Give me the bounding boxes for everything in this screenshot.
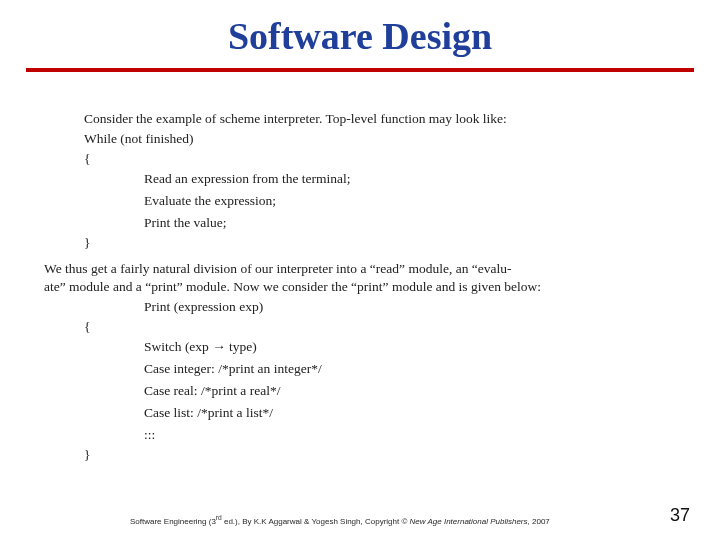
body-line: Case real: /*print a real*/	[144, 384, 280, 398]
body-line: {	[84, 152, 90, 166]
slide: Software Design Consider the example of …	[0, 0, 720, 540]
body-line: We thus get a fairly natural division of…	[44, 262, 511, 276]
body-line: Case list: /*print a list*/	[144, 406, 273, 420]
body-line: }	[84, 236, 90, 250]
credit-year: , 2007	[528, 517, 550, 526]
body-line: Case integer: /*print an integer*/	[144, 362, 322, 376]
body-line: {	[84, 320, 90, 334]
body-line: Consider the example of scheme interpret…	[84, 112, 507, 126]
slide-title: Software Design	[0, 0, 720, 58]
footer: Software Engineering (3rd ed.), By K.K A…	[0, 505, 720, 526]
page-number: 37	[670, 505, 690, 526]
body-line: :::	[144, 428, 155, 442]
body-line: Switch (exp → type)	[144, 340, 257, 354]
credit-part-1: Software Engineering (3	[130, 517, 216, 526]
body-line: Evaluate the expression;	[144, 194, 276, 208]
body-line: }	[84, 448, 90, 462]
credit-publisher: New Age International Publishers	[410, 517, 528, 526]
body-line: ate” module and a “print” module. Now we…	[44, 280, 541, 294]
body-line: While (not finished)	[84, 132, 193, 146]
body-line: Read an expression from the terminal;	[144, 172, 351, 186]
credit-line: Software Engineering (3rd ed.), By K.K A…	[130, 514, 550, 526]
credit-part-2: ed.), By K.K Aggarwal & Yogesh Singh, Co…	[222, 517, 410, 526]
body-line: Print the value;	[144, 216, 226, 230]
body-line: Print (expression exp)	[144, 300, 263, 314]
title-rule	[26, 68, 694, 72]
